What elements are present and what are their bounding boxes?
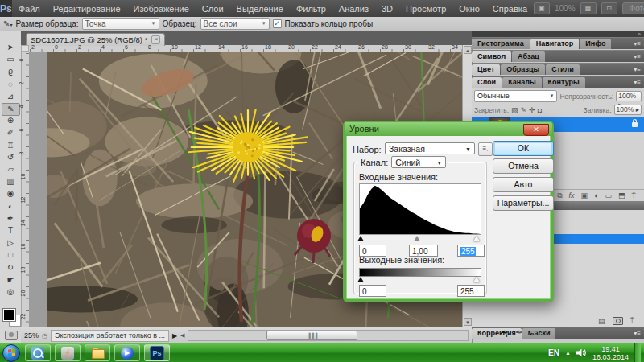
pen-tool[interactable]: ✒ bbox=[2, 213, 19, 224]
preset-dropdown[interactable]: Заказная▼ bbox=[385, 142, 475, 154]
layer-style-icon[interactable]: fx bbox=[569, 191, 575, 200]
layer-mask-icon[interactable]: ▣ bbox=[581, 191, 588, 200]
status-expand-arrow[interactable]: ▶ bbox=[172, 332, 177, 339]
show-desktop-button[interactable] bbox=[634, 343, 641, 362]
lock-all-icon[interactable]: ◘ bbox=[538, 106, 542, 114]
hscroll-left-arrow[interactable]: ◀ bbox=[180, 332, 184, 339]
gray-point-eyedropper-icon[interactable]: ✒ bbox=[515, 327, 523, 338]
white-point-eyedropper-icon[interactable]: ✒ bbox=[530, 327, 538, 338]
panel-tab-абзац[interactable]: Абзац bbox=[512, 51, 545, 62]
menu-файл[interactable]: Файл bbox=[12, 4, 47, 14]
clone-stamp-tool[interactable]: ♖ bbox=[2, 140, 19, 151]
panel-tab-инфо[interactable]: Инфо bbox=[580, 39, 611, 49]
gradient-tool[interactable]: ▥ bbox=[2, 176, 19, 187]
delete-layer-icon[interactable]: ⍑ bbox=[632, 191, 636, 200]
ok-button[interactable]: ОК bbox=[493, 141, 554, 156]
taskbar-image-viewer-button[interactable] bbox=[25, 344, 51, 361]
input-highlight-slider[interactable] bbox=[473, 236, 480, 241]
cancel-button[interactable]: Отмена bbox=[493, 158, 554, 174]
screen-mode-icon[interactable]: ⊡ bbox=[601, 2, 617, 14]
lock-transparency-icon[interactable]: ▨ bbox=[511, 106, 518, 114]
document-tab[interactable]: SDC16071.JPG @ 25% (RGB/8) * × bbox=[26, 33, 165, 46]
launch-bridge-icon[interactable]: ▣ bbox=[534, 2, 550, 14]
menu-анализ[interactable]: Анализ bbox=[332, 4, 375, 14]
start-button[interactable] bbox=[2, 344, 20, 362]
lock-move-icon[interactable]: ✛ bbox=[529, 106, 535, 114]
eyedropper-option-icon[interactable]: ✎▾ bbox=[3, 19, 12, 28]
dialog-title[interactable]: Уровни bbox=[345, 122, 552, 136]
panel-tab-слои[interactable]: Слои bbox=[472, 77, 502, 88]
menu-слои[interactable]: Слои bbox=[196, 4, 230, 14]
new-document-from-state-icon[interactable]: ▤ bbox=[598, 317, 605, 325]
panel-menu-icon[interactable]: ▾≡ bbox=[630, 330, 644, 339]
eraser-tool[interactable]: ▱ bbox=[2, 164, 19, 175]
rectangle-tool[interactable]: □ bbox=[2, 249, 19, 261]
panel-tab-каналы[interactable]: Каналы bbox=[502, 77, 541, 88]
panel-tab-цвет[interactable]: Цвет bbox=[472, 64, 500, 75]
menu-фильтр[interactable]: Фильтр bbox=[290, 4, 332, 14]
menu-выделение[interactable]: Выделение bbox=[230, 4, 290, 14]
auto-button[interactable]: Авто bbox=[493, 177, 554, 192]
input-shadow-slider[interactable] bbox=[357, 236, 364, 241]
lock-paint-icon[interactable]: ✎ bbox=[521, 106, 527, 114]
tab-close-icon[interactable]: × bbox=[151, 35, 160, 44]
taskbar-winamp-button[interactable]: ⚡ bbox=[55, 344, 80, 361]
output-shadow-slider[interactable] bbox=[357, 277, 364, 282]
preset-options-icon[interactable]: ≡, bbox=[478, 142, 493, 156]
menu-справка[interactable]: Справка bbox=[486, 4, 534, 14]
quick-mask-button[interactable] bbox=[5, 331, 18, 340]
panel-menu-icon[interactable]: ▾≡ bbox=[630, 66, 644, 75]
menu-окно[interactable]: Окно bbox=[452, 4, 486, 14]
input-gamma-slider[interactable] bbox=[414, 236, 420, 241]
zoom-percent-field[interactable]: 25% bbox=[24, 331, 39, 339]
adjustment-layer-icon[interactable]: ◐ bbox=[594, 191, 598, 200]
lasso-tool[interactable]: ϱ bbox=[2, 66, 19, 77]
panel-dock-collapse-chevron[interactable]: » bbox=[472, 31, 644, 37]
menu-изображение[interactable]: Изображение bbox=[127, 4, 196, 14]
canvas-horizontal-scrollbar[interactable]: ▐▐▐ bbox=[188, 330, 469, 341]
dialog-close-button[interactable]: ✕ bbox=[523, 124, 549, 136]
taskbar-media-player-button[interactable]: ▶ bbox=[114, 344, 140, 361]
menu-просмотр[interactable]: Просмотр bbox=[399, 4, 452, 14]
scroll-up-arrow[interactable]: ▲ bbox=[464, 46, 472, 54]
quick-selection-tool[interactable]: ◌ bbox=[2, 79, 19, 90]
panel-tab-гистограмма[interactable]: Гистограмма bbox=[472, 39, 530, 49]
dodge-tool[interactable]: ◐ bbox=[2, 201, 19, 212]
output-highlight-slider[interactable] bbox=[473, 277, 480, 282]
taskbar-photoshop-button[interactable]: Ps bbox=[144, 344, 170, 361]
foreground-color-swatch[interactable] bbox=[3, 309, 15, 321]
options-button[interactable]: Параметры... bbox=[493, 195, 554, 211]
new-layer-icon[interactable]: ⬒ bbox=[618, 191, 625, 200]
healing-brush-tool[interactable]: ⊕ bbox=[2, 115, 19, 126]
output-shadow-field[interactable]: 0 bbox=[359, 285, 386, 297]
path-selection-tool[interactable]: ▷ bbox=[2, 237, 19, 249]
layer-group-icon[interactable]: ▭ bbox=[605, 191, 613, 200]
new-snapshot-icon[interactable] bbox=[613, 317, 623, 325]
output-highlight-field[interactable]: 255 bbox=[457, 285, 485, 297]
panel-tab-символ[interactable]: Символ bbox=[472, 51, 511, 62]
workspace-button[interactable]: Фотография bbox=[622, 2, 644, 14]
type-tool[interactable]: T bbox=[2, 225, 19, 237]
eyedropper-tool[interactable]: ✎ bbox=[2, 103, 20, 116]
hscroll-thumb[interactable]: ▐▐▐ bbox=[266, 331, 357, 340]
panel-menu-icon[interactable]: ▾≡ bbox=[630, 79, 644, 88]
panel-menu-icon[interactable]: ▾≡ bbox=[630, 53, 644, 62]
zoom-level-field[interactable]: 100% bbox=[555, 4, 576, 13]
panel-tab-навигатор[interactable]: Навигатор bbox=[530, 39, 580, 49]
menu-3d[interactable]: 3D bbox=[375, 4, 399, 14]
hidden-icons-chevron[interactable]: ▲ bbox=[565, 350, 571, 356]
move-tool[interactable]: ➤ bbox=[2, 42, 19, 53]
delete-state-icon[interactable]: ⍑ bbox=[630, 316, 634, 325]
blur-tool[interactable]: ◉ bbox=[2, 188, 19, 200]
opacity-field[interactable]: 100% ▸ bbox=[616, 91, 642, 101]
panel-tab-стили[interactable]: Стили bbox=[546, 64, 580, 75]
blend-mode-dropdown[interactable]: Обычные▼ bbox=[474, 90, 557, 102]
fill-field[interactable]: 100% ▸ bbox=[614, 105, 642, 115]
menu-редактирование[interactable]: Редактирование bbox=[47, 4, 127, 14]
layer-link-icon[interactable]: ⧉ bbox=[557, 191, 562, 200]
brush-tool[interactable]: ✐ bbox=[2, 127, 19, 138]
panel-tab-образцы[interactable]: Образцы bbox=[501, 64, 545, 75]
language-indicator[interactable]: EN bbox=[548, 348, 559, 357]
marquee-tool[interactable]: ▭ bbox=[2, 54, 19, 65]
crop-tool[interactable]: ⊿ bbox=[2, 91, 19, 102]
